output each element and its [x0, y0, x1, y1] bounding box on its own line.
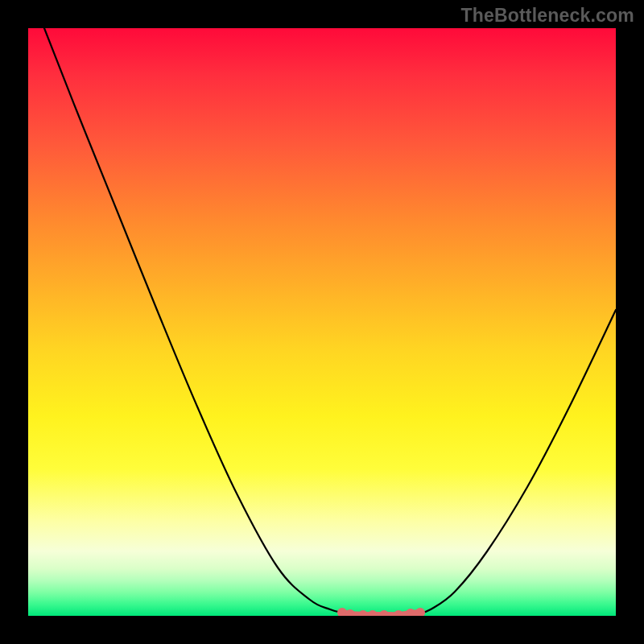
curve-right-branch	[420, 310, 616, 613]
bottom-segment-dot	[358, 610, 368, 616]
curve-left-branch	[44, 28, 342, 613]
curve-layer	[28, 28, 616, 616]
plot-area	[28, 28, 616, 616]
bottom-segment-dot	[368, 610, 378, 616]
watermark-text: TheBottleneck.com	[460, 5, 634, 27]
bottom-segment-dot	[415, 608, 425, 616]
bottom-segment-dot	[379, 610, 389, 616]
bottom-segment-dot	[406, 609, 415, 616]
chart-frame: TheBottleneck.com	[0, 0, 644, 644]
bottom-segment-dot	[394, 610, 403, 616]
bottom-segment-dot	[345, 609, 355, 616]
